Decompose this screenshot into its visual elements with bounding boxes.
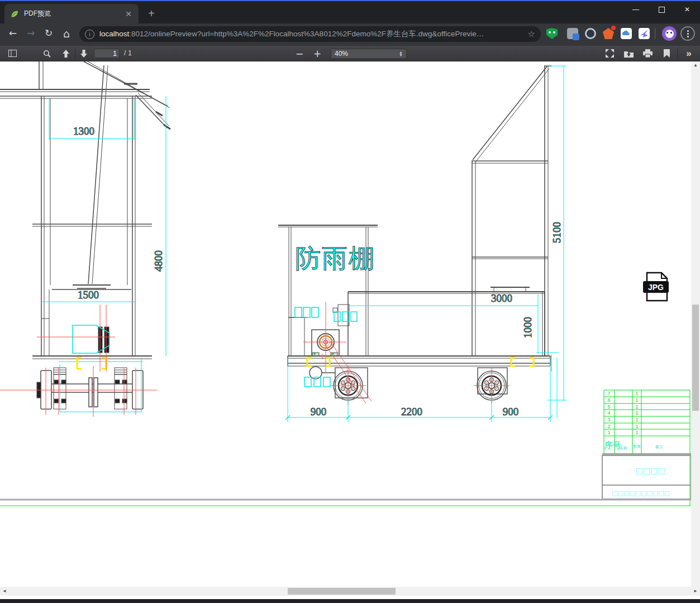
horizontal-scrollbar[interactable]: ◄ ► [0, 587, 700, 596]
header-name: 名称 [620, 446, 627, 450]
select-spinner-icon: ▲▼ [399, 51, 403, 56]
dim-2200: 2200 [401, 406, 422, 417]
zoom-in-icon[interactable]: + [311, 46, 324, 61]
browser-titlebar: PDF预览 ✕ + — ✕ [0, 0, 700, 23]
svg-text:1: 1 [635, 410, 638, 416]
back-icon[interactable]: ← [6, 27, 20, 39]
window-close-button[interactable]: ✕ [674, 1, 700, 18]
sidebar-toggle-icon[interactable] [6, 46, 19, 61]
dim-1300: 1300 [73, 125, 94, 137]
svg-text:1: 1 [635, 404, 638, 410]
tab-close-icon[interactable]: ✕ [124, 10, 133, 18]
vertical-scrollbar[interactable]: ▲ [691, 61, 700, 587]
dim-1000: 1000 [522, 317, 534, 338]
open-file-icon[interactable] [621, 46, 636, 61]
next-page-icon[interactable] [77, 46, 91, 61]
window-accent-strip [0, 0, 700, 1]
browser-tab[interactable]: PDF预览 ✕ [4, 4, 139, 23]
jpg-badge-text: JPG [648, 283, 664, 292]
translate-extension-icon[interactable] [567, 28, 578, 39]
svg-text:7: 7 [607, 391, 610, 396]
more-tools-icon[interactable]: » [682, 46, 696, 61]
svg-text:6: 6 [607, 397, 610, 403]
tab-title: PDF预览 [24, 9, 124, 18]
svg-text:1: 1 [635, 430, 638, 435]
drawing-title-text: □□□□ [636, 466, 665, 475]
site-info-icon[interactable]: i [85, 30, 94, 39]
title-block-rows: 71 61 51 41 31 21 11 序号 名称 数量 备注 [604, 391, 663, 450]
window-minimize-button[interactable]: — [623, 1, 649, 18]
search-icon[interactable] [40, 46, 54, 61]
header-remark: 备注 [655, 444, 663, 449]
browser-menu-icon[interactable] [680, 26, 695, 41]
page-number-input[interactable] [94, 49, 120, 58]
zoom-out-icon[interactable]: − [293, 46, 306, 61]
previous-page-icon[interactable] [59, 46, 73, 61]
middle-view-highlights [307, 357, 534, 367]
dim-1500: 1500 [78, 289, 99, 301]
svg-text:5: 5 [607, 404, 610, 410]
reload-icon[interactable]: ↻ [41, 27, 56, 39]
pdf-separator [75, 49, 75, 58]
scroll-right-icon[interactable]: ► [693, 588, 698, 593]
extension-badge [611, 26, 616, 30]
bookmark-icon[interactable] [659, 46, 674, 61]
home-icon[interactable]: ⌂ [59, 27, 74, 40]
svg-text:1: 1 [635, 424, 638, 429]
new-tab-button[interactable]: + [144, 6, 159, 21]
sheet-borders [0, 500, 691, 506]
svg-text:4: 4 [607, 410, 610, 416]
dim-5100: 5100 [551, 222, 563, 243]
dim-900-right: 900 [503, 406, 519, 417]
right-view [472, 66, 551, 356]
url-path: :8012/onlinePreview?url=http%3A%2F%2Floc… [129, 30, 484, 38]
scroll-left-icon[interactable]: ◄ [2, 588, 7, 593]
bird-extension-icon[interactable] [639, 28, 650, 39]
left-view-centerlines [0, 305, 157, 417]
dim-4800: 4800 [153, 250, 164, 272]
header-no: 序号 [604, 440, 621, 450]
bird-icon [639, 28, 650, 39]
forward-icon[interactable]: → [23, 27, 38, 39]
print-icon[interactable] [640, 46, 655, 61]
svg-text:1: 1 [635, 397, 638, 403]
dim-900-left: 900 [311, 406, 327, 417]
address-bar[interactable]: i localhost:8012/onlinePreview?url=http%… [79, 26, 541, 42]
leaf-favicon [10, 10, 19, 18]
svg-text:3: 3 [607, 417, 610, 422]
vertical-scrollbar-thumb[interactable] [692, 305, 699, 411]
pdf-separator-2 [677, 49, 678, 58]
svg-text:1: 1 [635, 391, 638, 396]
dark-sphere-extension-icon[interactable] [585, 28, 596, 39]
cloud-extension-icon[interactable] [621, 28, 632, 39]
toolbar-separator [655, 28, 655, 39]
svg-text:1: 1 [607, 430, 610, 435]
cad-drawing: 1300 4800 1500 [0, 61, 691, 587]
url-host: localhost [99, 30, 129, 38]
jpg-file-icon[interactable]: JPG [643, 273, 669, 301]
bookmark-star-icon[interactable]: ☆ [528, 29, 535, 39]
zoom-select[interactable]: 40% ▲▼ [331, 49, 407, 59]
window-bottom-edge [0, 599, 700, 603]
drawing-subtitle-text: □□□□□□□□□□ [612, 490, 670, 497]
pdf-page-canvas: 1300 4800 1500 [0, 61, 691, 587]
window-maximize-button[interactable] [649, 1, 674, 18]
svg-text:1: 1 [635, 417, 638, 422]
canopy-label: 防雨棚 [295, 244, 375, 273]
horizontal-scrollbar-thumb[interactable] [288, 588, 396, 595]
profile-avatar[interactable] [662, 26, 677, 41]
page-count-label: / 1 [124, 49, 132, 57]
zoom-level-value: 40% [335, 50, 348, 58]
scroll-up-icon[interactable]: ▲ [691, 63, 700, 68]
url-text[interactable]: localhost:8012/onlinePreview?url=http%3A… [99, 29, 525, 39]
cloud-icon [621, 28, 632, 39]
svg-text:2: 2 [607, 424, 610, 429]
header-qty: 数量 [633, 444, 641, 448]
presentation-mode-icon[interactable] [602, 46, 617, 61]
dim-3000: 3000 [491, 292, 512, 304]
left-view [0, 61, 170, 409]
